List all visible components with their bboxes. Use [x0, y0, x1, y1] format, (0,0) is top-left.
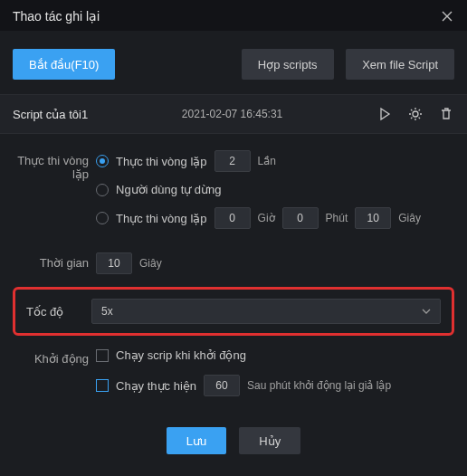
gear-icon[interactable]: [407, 106, 424, 122]
minutes-unit: Phút: [326, 212, 348, 224]
loop-time-radio[interactable]: Thực thi vòng lặp Giờ Phút Giây: [96, 207, 454, 229]
startup-label: Khởi động: [13, 348, 96, 366]
radio-icon: [96, 184, 109, 196]
seconds-unit: Giây: [398, 212, 421, 224]
run-on-start-text: Chạy scrip khi khởi động: [116, 348, 246, 362]
loop-hours-input[interactable]: [214, 207, 251, 229]
close-icon[interactable]: [440, 9, 454, 24]
loop-count-input[interactable]: [214, 150, 251, 172]
run-on-start-checkbox[interactable]: Chạy scrip khi khởi động: [96, 348, 454, 362]
loop-user-stop-radio[interactable]: Người dùng tự dừng: [96, 183, 454, 196]
hours-unit: Giờ: [258, 212, 275, 224]
run-after-suffix: Sau phút khởi động lại giả lập: [247, 379, 391, 392]
play-icon[interactable]: [376, 106, 393, 122]
loop-count-unit: Lần: [258, 155, 276, 167]
speed-label: Tốc độ: [26, 305, 91, 319]
script-name: Script của tôi1: [13, 108, 88, 121]
time-label: Thời gian: [13, 252, 96, 270]
loop-user-stop-text: Người dùng tự dừng: [116, 183, 222, 196]
loop-label: Thực thi vòng lặp: [13, 150, 96, 181]
chevron-down-icon: [422, 309, 431, 314]
time-unit: Giây: [139, 257, 162, 270]
start-button[interactable]: Bắt đầu(F10): [13, 49, 115, 80]
view-script-file-button[interactable]: Xem file Script: [346, 49, 454, 80]
checkbox-icon: [96, 349, 109, 362]
loop-count-text: Thực thi vòng lặp: [116, 155, 207, 168]
merge-scripts-button[interactable]: Hợp scripts: [242, 49, 334, 80]
checkbox-icon: [96, 379, 109, 392]
loop-minutes-input[interactable]: [282, 207, 319, 229]
save-button[interactable]: Lưu: [167, 427, 226, 454]
svg-point-0: [413, 111, 418, 117]
script-date: 2021-02-07 16:45:31: [182, 108, 282, 120]
speed-highlight: Tốc độ 5x: [13, 287, 454, 336]
loop-count-radio[interactable]: Thực thi vòng lặp Lần: [96, 150, 454, 172]
loop-seconds-input[interactable]: [355, 207, 391, 229]
trash-icon[interactable]: [438, 106, 454, 122]
window-title: Thao tác ghi lại: [13, 9, 100, 24]
cancel-button[interactable]: Hủy: [239, 427, 300, 454]
radio-icon: [96, 212, 109, 224]
run-after-checkbox[interactable]: Chạy thực hiện Sau phút khởi động lại gi…: [96, 375, 454, 396]
time-input[interactable]: [96, 252, 132, 274]
loop-time-text: Thực thi vòng lặp: [116, 212, 207, 225]
speed-value: 5x: [101, 305, 113, 318]
run-after-text: Chạy thực hiện: [116, 379, 196, 393]
speed-select[interactable]: 5x: [91, 299, 441, 324]
run-after-input[interactable]: [204, 375, 240, 396]
radio-icon: [96, 155, 109, 167]
